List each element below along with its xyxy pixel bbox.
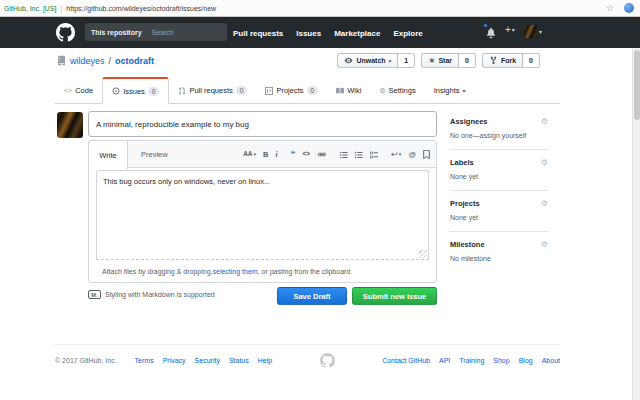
footer-link-training[interactable]: Training (459, 357, 484, 364)
task-list-icon[interactable] (370, 151, 378, 159)
nav-explore[interactable]: Explore (393, 29, 422, 38)
select-files-link[interactable]: selecting them (213, 268, 258, 275)
tab-pull-requests[interactable]: Pull requests 0 (169, 77, 256, 104)
ordered-list-icon[interactable] (355, 151, 363, 159)
forks-count[interactable]: 0 (523, 53, 540, 68)
footer-link-api[interactable]: API (439, 357, 450, 364)
saved-reply-icon[interactable]: ↩▾ (391, 151, 401, 159)
footer-link-shop[interactable]: Shop (493, 357, 509, 364)
watchers-count[interactable]: 1 (398, 53, 415, 68)
github-header: This repository Search Pull requests Iss… (0, 17, 640, 48)
gear-icon[interactable]: ⚙ (541, 159, 548, 167)
pull-requests-count-badge: 0 (236, 86, 248, 95)
mention-icon[interactable]: @ (408, 151, 416, 159)
tab-wiki[interactable]: Wiki (327, 77, 370, 104)
tab-insights[interactable]: Insights ▾ (425, 77, 475, 104)
gear-icon[interactable]: ⚙ (541, 200, 548, 208)
sidebar-section-projects: Projects ⚙ None yet (450, 191, 548, 232)
bold-icon[interactable]: B (263, 151, 268, 159)
star-button-group: ★ Star 0 (421, 53, 476, 68)
footer-link-security[interactable]: Security (195, 357, 220, 364)
caret-down-icon: ▾ (463, 87, 466, 94)
current-user-avatar (57, 112, 83, 138)
repo-breadcrumb: wildeyes / octodraft (57, 55, 154, 66)
attach-files-dropzone[interactable]: Attach files by dragging & dropping, sel… (96, 260, 429, 282)
nav-marketplace[interactable]: Marketplace (334, 29, 380, 38)
gear-icon[interactable]: ⚙ (541, 118, 548, 126)
footer-link-about[interactable]: About (542, 357, 560, 364)
scrollbar-thumb[interactable] (634, 50, 640, 120)
quote-icon[interactable]: “ (291, 151, 296, 159)
repo-tab-bar: <> Code Issues 0 Pull requests 0 Project… (55, 77, 560, 104)
labels-value: None yet (450, 173, 548, 180)
repo-separator: / (109, 56, 112, 66)
labels-settings[interactable]: Labels ⚙ (450, 158, 548, 167)
markdown-icon: M↓ (88, 290, 101, 299)
footer-link-status[interactable]: Status (229, 357, 249, 364)
caret-down-icon: ▾ (512, 26, 515, 33)
url-separator: | (61, 5, 63, 12)
https-security-badge[interactable]: GitHub, Inc. [US] (4, 5, 57, 12)
tab-settings[interactable]: ⚙ Settings (370, 77, 424, 104)
fork-icon (489, 56, 498, 65)
italic-icon[interactable]: i (275, 151, 277, 159)
text-size-icon[interactable]: AA▾ (243, 151, 256, 158)
unread-notification-dot (483, 23, 488, 28)
fork-button[interactable]: Fork (482, 53, 523, 68)
gear-icon[interactable]: ⚙ (541, 241, 548, 249)
submit-new-issue-button[interactable]: Submit new issue (352, 287, 437, 305)
pull-request-icon (178, 87, 186, 95)
project-icon (265, 87, 273, 95)
projects-settings[interactable]: Projects ⚙ (450, 199, 548, 208)
code-icon[interactable]: <> (303, 151, 311, 158)
unwatch-button[interactable]: Unwatch ▾ (337, 53, 398, 68)
footer-link-blog[interactable]: Blog (519, 357, 533, 364)
milestone-settings[interactable]: Milestone ⚙ (450, 240, 548, 249)
sidebar-section-assignees: Assignees ⚙ No one—assign yourself (450, 113, 548, 150)
preview-tab[interactable]: Preview (133, 141, 176, 168)
write-tab[interactable]: Write (88, 140, 128, 169)
nav-issues[interactable]: Issues (296, 29, 321, 38)
gear-icon: ⚙ (379, 87, 385, 95)
bookmark-star-icon[interactable]: ☆ (606, 3, 614, 13)
tab-code[interactable]: <> Code (55, 77, 102, 104)
watch-button-group: Unwatch ▾ 1 (337, 53, 415, 68)
browser-address-bar[interactable]: GitHub, Inc. [US] | https://github.com/w… (0, 0, 640, 17)
tab-projects[interactable]: Projects 0 (256, 77, 327, 104)
star-icon: ★ (428, 57, 435, 65)
assignees-value[interactable]: No one—assign yourself (450, 132, 548, 139)
repo-icon (57, 55, 66, 66)
footer-link-privacy[interactable]: Privacy (163, 357, 186, 364)
github-logo-icon[interactable] (56, 23, 75, 42)
browser-extension-icon[interactable] (624, 3, 634, 13)
unordered-list-icon[interactable] (340, 151, 348, 159)
footer-github-logo-icon[interactable] (320, 353, 335, 368)
notifications-bell-icon[interactable] (485, 25, 499, 39)
save-draft-button[interactable]: Save Draft (277, 287, 347, 305)
page-footer: © 2017 GitHub, Inc. Terms Privacy Securi… (55, 344, 560, 368)
star-button[interactable]: ★ Star (421, 53, 459, 68)
nav-pull-requests[interactable]: Pull requests (233, 29, 283, 38)
assignees-settings[interactable]: Assignees ⚙ (450, 117, 548, 126)
create-new-button[interactable]: + ▾ (505, 24, 515, 35)
markdown-support-note: M↓ Styling with Markdown is supported (88, 290, 215, 299)
footer-link-terms[interactable]: Terms (135, 357, 154, 364)
resize-handle[interactable] (419, 250, 427, 258)
user-menu[interactable]: ▾ (524, 25, 542, 38)
header-search-box[interactable]: This repository Search (85, 23, 227, 41)
repo-name-link[interactable]: octodraft (115, 56, 154, 66)
page-scrollbar[interactable] (632, 48, 640, 400)
url-text[interactable]: https://github.com/wildeyes/octodraft/is… (66, 5, 216, 12)
footer-link-help[interactable]: Help (258, 357, 272, 364)
caret-down-icon: ▾ (539, 28, 542, 35)
issue-body-textarea[interactable]: This bug occurs only on windows, never o… (96, 170, 429, 260)
comment-editor-card: Write Preview AA▾ B i “ <> ↩▾ (88, 140, 437, 283)
markdown-toolbar: AA▾ B i “ <> ↩▾ @ (243, 141, 430, 168)
tab-issues[interactable]: Issues 0 (102, 77, 169, 104)
stargazers-count[interactable]: 0 (459, 53, 476, 68)
link-icon[interactable] (317, 151, 327, 158)
footer-link-contact[interactable]: Contact GitHub (382, 357, 430, 364)
issue-title-input[interactable] (88, 111, 437, 137)
reference-bookmark-icon[interactable] (423, 150, 430, 159)
repo-owner-link[interactable]: wildeyes (70, 56, 105, 66)
